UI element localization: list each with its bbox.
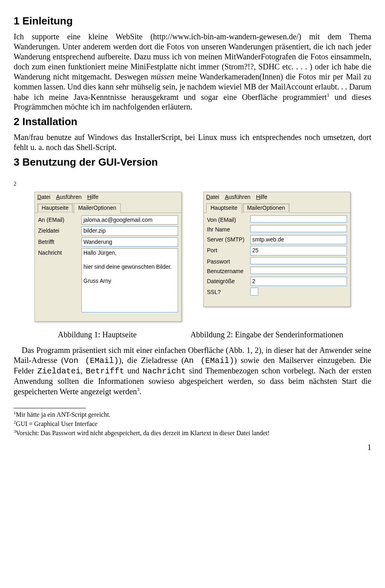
mono-nachricht: Nachricht (142, 367, 186, 376)
app-window-hauptseite: Datei Ausführen Hilfe Hauptseite MailerO… (34, 192, 182, 322)
input-zieldatei[interactable]: bilder.zip (81, 226, 178, 236)
italic-muessen: müssen (151, 72, 174, 81)
input-dateigroesse[interactable]: 2 (250, 277, 347, 286)
text: ), die Zieladresse ( (119, 356, 184, 365)
mono-von-email: Von (EMail) (64, 356, 119, 365)
menu-datei[interactable]: Datei (37, 194, 51, 201)
caption-abb1: Abbildung 1: Hauptseite (14, 330, 181, 340)
input-von-email[interactable] (250, 215, 347, 223)
footnote-list: 1Mir hätte ja ein ANT-Script gereicht. 2… (14, 410, 371, 438)
menu-ausfuehren[interactable]: Ausführen (56, 194, 82, 201)
heading-einleitung: 1 Einleitung (14, 14, 371, 28)
tab-hauptseite[interactable]: Hauptseite (37, 203, 73, 213)
label-server-smtp: Server (SMTP) (207, 235, 250, 243)
input-ihr-name[interactable] (250, 225, 347, 232)
input-passwort[interactable] (250, 257, 347, 264)
menu-hilfe[interactable]: Hilfe (87, 194, 99, 201)
footnote-rule (14, 408, 86, 408)
menubar: Datei Ausführen Hilfe (35, 192, 181, 202)
mono-betrifft: Betrifft (86, 367, 124, 376)
tabbar: Hauptseite MailerOptionen (204, 201, 350, 213)
form-hauptseite: An (EMail) jaloma.ac@googlemail.com Ziel… (35, 213, 181, 322)
para-benutzung: Das Programm präsentiert sich mit einer … (14, 345, 371, 397)
menu-hilfe[interactable]: Hilfe (256, 194, 267, 201)
input-port[interactable]: 25 (250, 246, 347, 255)
label-nachricht: Nachricht (38, 248, 81, 257)
text: und (124, 366, 143, 375)
menu-ausfuehren[interactable]: Ausführen (225, 194, 251, 201)
page-number: 1 (14, 442, 371, 452)
tab-hauptseite[interactable]: Hauptseite (206, 203, 242, 213)
checkbox-ssl[interactable] (250, 288, 347, 298)
para-installation: Man/frau benutze auf Windows das Install… (14, 132, 371, 152)
input-an-email[interactable]: jaloma.ac@googlemail.com (81, 215, 178, 225)
label-benutzername: Benutzername (207, 267, 250, 275)
tabbar: Hauptseite MailerOptionen (35, 201, 181, 213)
input-betrifft[interactable]: Wanderung (81, 237, 178, 247)
label-zieldatei: Zieldatei (38, 226, 81, 235)
heading-benutzung: 3 Benutzung der GUI-Version (14, 156, 371, 169)
label-port: Port (207, 246, 250, 254)
footnote-3: 3Vorsicht: Das Passwort wird nicht abges… (14, 428, 371, 438)
footnote-1: 1Mir hätte ja ein ANT-Script gereicht. (14, 410, 371, 419)
label-an-email: An (EMail) (38, 215, 81, 224)
form-maileroptionen: Von (EMail) Ihr Name Server (SMTP) smtp.… (204, 213, 350, 306)
heading-installation: 2 Installation (14, 115, 371, 128)
tab-maileroptionen[interactable]: MailerOptionen (243, 203, 290, 213)
label-passwort: Passwort (207, 257, 250, 266)
textarea-nachricht[interactable]: Hallo Jürgen, hier sind deine gewünschte… (81, 248, 178, 312)
caption-row: Abbildung 1: Hauptseite Abbildung 2: Ein… (14, 330, 371, 340)
footnote-2: 2GUI = Graphical User Interface (14, 419, 371, 428)
tab-maileroptionen[interactable]: MailerOptionen (74, 203, 121, 213)
figure-row: Datei Ausführen Hilfe Hauptseite MailerO… (14, 192, 371, 322)
para-einleitung: Ich supporte eine kleine WebSite (http:/… (14, 32, 371, 112)
input-benutzername[interactable] (250, 267, 347, 274)
label-betrifft: Betrifft (38, 237, 81, 246)
label-dateigroesse: Dateigröße (207, 277, 250, 285)
app-window-maileroptionen: Datei Ausführen Hilfe Hauptseite MailerO… (203, 192, 351, 307)
label-ssl: SSL? (207, 288, 250, 296)
menu-datei[interactable]: Datei (206, 194, 219, 201)
mono-an-email: An (EMail) (184, 356, 234, 365)
footnote-ref-2: 2 (14, 180, 371, 188)
caption-abb2: Abbildung 2: Eingabe der Senderinformati… (190, 330, 371, 340)
text: . (140, 387, 142, 396)
menubar: Datei Ausführen Hilfe (204, 192, 350, 202)
input-server-smtp[interactable]: smtp.web.de (250, 235, 347, 245)
label-von-email: Von (EMail) (207, 215, 250, 224)
mono-zieldatei: Zieldatei (37, 367, 81, 376)
label-ihr-name: Ihr Name (207, 225, 250, 233)
